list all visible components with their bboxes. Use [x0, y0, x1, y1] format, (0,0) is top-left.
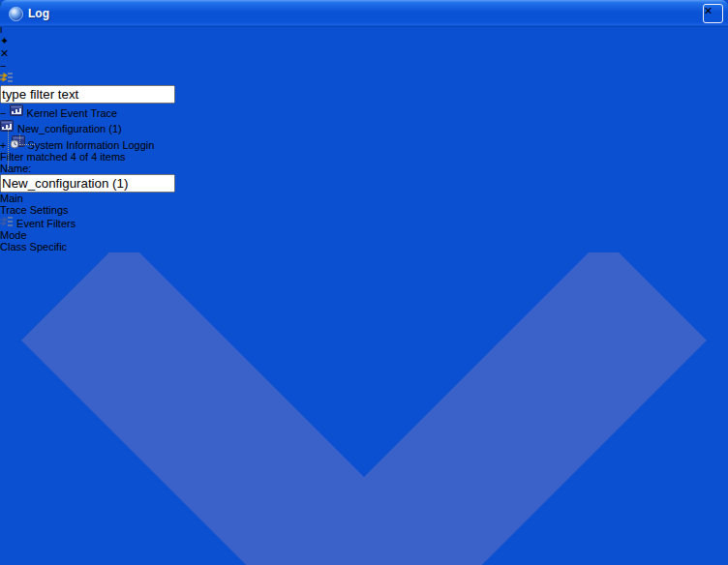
- configuration-tab-folder: Main Trace Settings: [0, 193, 728, 229]
- dialog-body: Create, manage, and run configurations Q…: [0, 0, 728, 565]
- name-field-label: Name:: [0, 163, 728, 174]
- mode-selected-value: Class Specific: [0, 241, 67, 253]
- window-title: Log: [28, 7, 49, 20]
- tab-event-filters[interactable]: Event Filters: [0, 216, 728, 229]
- tree-item-label: System Information Loggin: [28, 139, 155, 151]
- tab-label: Main: [0, 193, 23, 204]
- title-bar[interactable]: Log ✕: [0, 0, 728, 27]
- delete-x-icon: ✕: [0, 47, 9, 59]
- filter-configurations-button[interactable]: [0, 72, 728, 85]
- tab-trace-settings[interactable]: Trace Settings: [0, 204, 728, 216]
- tree-item-label: Kernel Event Trace: [27, 107, 118, 119]
- chevron-down-icon: [0, 253, 728, 565]
- collapse-all-button[interactable]: −: [0, 60, 728, 72]
- window-close-icon[interactable]: ✕: [703, 4, 723, 23]
- mode-label: Mode: [0, 229, 728, 241]
- collapse-expander-icon[interactable]: −: [0, 107, 6, 119]
- new-page-icon: ✦: [0, 35, 9, 46]
- new-configuration-button[interactable]: ✦: [0, 35, 728, 47]
- sidebar-toolbar: ✦ ✕ −: [0, 35, 728, 85]
- filter-arrows-icon: [0, 72, 14, 83]
- kernel-event-trace-icon: [0, 123, 17, 134]
- tab-label: Trace Settings: [0, 204, 69, 216]
- tree-guide-line: [8, 126, 9, 169]
- app-icon: [9, 7, 23, 21]
- kernel-event-trace-icon: [10, 107, 27, 119]
- tree-filter-input[interactable]: [0, 85, 175, 104]
- tab-label: Event Filters: [16, 218, 76, 229]
- mode-select[interactable]: Class Specific: [0, 241, 728, 565]
- collapse-all-icon: −: [0, 60, 6, 72]
- configurations-sidebar: ✦ ✕ −: [0, 35, 728, 163]
- tree-item-system-information-logging[interactable]: + System Information Loggin: [0, 134, 728, 151]
- tree-guide-line: [19, 144, 35, 145]
- configuration-tabs: Main Trace Settings: [0, 193, 728, 229]
- configuration-name-input[interactable]: [0, 174, 175, 193]
- tab-main[interactable]: Main: [0, 193, 728, 204]
- tree-item-new-configuration[interactable]: New_configuration (1): [0, 119, 728, 134]
- expand-expander-icon[interactable]: +: [0, 139, 6, 151]
- tree-item-label-selected: New_configuration (1): [17, 123, 122, 134]
- delete-configuration-button[interactable]: ✕: [0, 47, 728, 60]
- filter-status-text: Filter matched 4 of 4 items: [0, 151, 728, 163]
- new-star-icon: ✦: [0, 35, 9, 46]
- event-filters-tab-icon: [0, 216, 14, 227]
- log-dialog-window: Log ✕ Create, manage, and run configurat…: [0, 0, 728, 565]
- tree-item-kernel-event-trace[interactable]: − Kernel Event Trace: [0, 104, 728, 119]
